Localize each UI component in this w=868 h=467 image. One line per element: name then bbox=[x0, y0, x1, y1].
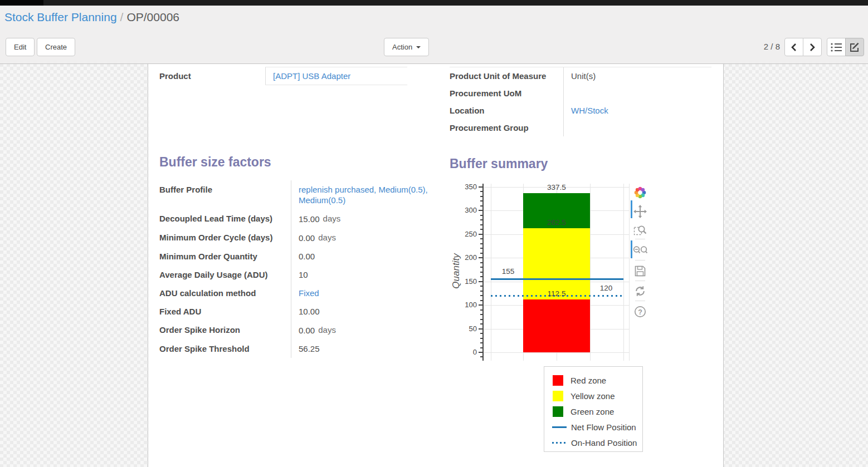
field-value-buffer-profile[interactable]: replenish purchased, Medium(0.5), Medium… bbox=[291, 180, 436, 209]
zone-yellow-zone bbox=[523, 228, 590, 299]
edit-button[interactable]: Edit bbox=[6, 38, 35, 56]
y-gridline bbox=[483, 305, 629, 306]
y-gridline bbox=[483, 282, 629, 282]
y-gridline bbox=[483, 329, 629, 330]
pager-previous-button[interactable] bbox=[784, 38, 803, 56]
field-label-decoupled-lead-time-days: Decoupled Lead Time (days) bbox=[159, 209, 291, 228]
y-tick-label-50: 50 bbox=[453, 325, 477, 333]
field-link-location[interactable]: WH/Stock bbox=[571, 106, 608, 115]
field-text-order-spike-threshold: 56.25 bbox=[299, 344, 320, 353]
y-tick-minor bbox=[480, 338, 483, 339]
form-view-edit-icon bbox=[849, 42, 860, 53]
y-tick-minor bbox=[480, 295, 483, 296]
field-label-buffer-profile: Buffer Profile bbox=[159, 180, 291, 209]
chart-legend: Red zoneYellow zoneGreen zoneNet Flow Po… bbox=[544, 366, 643, 452]
y-tick-minor bbox=[480, 356, 483, 357]
field-link-buffer-profile[interactable]: replenish purchased, Medium(0.5), Medium… bbox=[299, 185, 428, 205]
action-dropdown-button[interactable]: Action bbox=[384, 38, 429, 56]
y-tick-major bbox=[479, 210, 483, 211]
view-switcher-group bbox=[827, 38, 864, 56]
field-label-adu-calculation-method: ADU calculation method bbox=[159, 284, 291, 302]
field-row-buffer-profile: Buffer Profilereplenish purchased, Mediu… bbox=[159, 180, 435, 209]
field-unit-order-spike-horizon: days bbox=[318, 325, 336, 335]
net-flow-position-line bbox=[491, 278, 623, 280]
field-value-order-spike-horizon: 0.00days bbox=[291, 321, 436, 340]
y-tick-minor bbox=[480, 323, 483, 325]
field-row-fixed-adu: Fixed ADU10.00 bbox=[159, 302, 435, 321]
y-tick-minor bbox=[480, 286, 483, 287]
zoom-in-out-icon[interactable] bbox=[632, 243, 648, 258]
modebar-separator bbox=[635, 260, 645, 260]
field-label-product-unit-of-measure: Product Unit of Measure bbox=[450, 67, 564, 85]
y-gridline bbox=[483, 258, 629, 258]
y-gridline bbox=[483, 187, 629, 188]
pager-next-button[interactable] bbox=[803, 38, 822, 56]
y-gridline bbox=[483, 234, 629, 235]
field-label-minimum-order-quantity: Minimum Order Quantity bbox=[159, 247, 291, 266]
y-tick-minor bbox=[480, 314, 483, 315]
y-tick-minor bbox=[480, 224, 483, 225]
field-row-average-daily-usage-adu: Average Daily Usage (ADU)10 bbox=[159, 266, 435, 284]
field-label-location: Location bbox=[450, 102, 564, 119]
legend-entry-on-hand-position[interactable]: On-Hand Position bbox=[553, 435, 642, 450]
list-view-button[interactable] bbox=[827, 38, 846, 56]
field-value-location[interactable]: WH/Stock bbox=[564, 102, 712, 119]
field-value-product-link[interactable]: [ADPT] USB Adapter bbox=[273, 71, 350, 81]
legend-label-yellow-zone: Yellow zone bbox=[570, 391, 615, 401]
legend-entry-yellow-zone[interactable]: Yellow zone bbox=[553, 388, 642, 404]
chart-y-axis-label: Quantity bbox=[451, 238, 462, 304]
x-gridline bbox=[557, 184, 557, 361]
help-icon[interactable]: ? bbox=[632, 304, 648, 319]
breadcrumb-link-stock-buffer-planning[interactable]: Stock Buffer Planning bbox=[4, 11, 117, 23]
field-value-order-spike-threshold: 56.25 bbox=[291, 340, 436, 358]
pan-icon[interactable] bbox=[632, 204, 648, 219]
y-tick-minor bbox=[480, 248, 483, 249]
reset-axes-icon[interactable] bbox=[632, 283, 648, 299]
buffer-summary-title: Buffer summary bbox=[450, 156, 548, 171]
net-flow-position-label: 155 bbox=[491, 267, 525, 276]
caret-down-icon bbox=[416, 46, 421, 48]
product-group-left: Product [ADPT] USB Adapter bbox=[159, 67, 407, 85]
y-tick-minor bbox=[480, 196, 483, 197]
field-label-fixed-adu: Fixed ADU bbox=[159, 302, 291, 321]
legend-label-net-flow-position: Net Flow Position bbox=[571, 422, 636, 432]
breadcrumb: Stock Buffer Planning/OP/00006 bbox=[4, 11, 179, 24]
y-gridline bbox=[483, 210, 629, 211]
legend-entry-net-flow-position[interactable]: Net Flow Position bbox=[553, 419, 642, 435]
chevron-left-icon bbox=[791, 43, 797, 52]
top-navbar-strip-segment bbox=[0, 0, 43, 6]
y-tick-major bbox=[479, 304, 483, 306]
modebar-separator bbox=[635, 301, 645, 301]
field-label-order-spike-horizon: Order Spike Horizon bbox=[159, 321, 291, 340]
chevron-right-icon bbox=[809, 43, 816, 52]
field-value-adu-calculation-method[interactable]: Fixed bbox=[291, 284, 436, 302]
y-tick-minor bbox=[480, 347, 483, 348]
y-tick-minor bbox=[480, 291, 483, 292]
product-group-right: Product Unit of MeasureUnit(s)Procuremen… bbox=[450, 67, 711, 136]
field-link-adu-calculation-method[interactable]: Fixed bbox=[299, 288, 319, 298]
field-value-minimum-order-cycle-days: 0.00days bbox=[291, 228, 436, 247]
save-icon[interactable] bbox=[632, 263, 648, 279]
legend-entry-green-zone[interactable]: Green zone bbox=[553, 404, 642, 419]
legend-entry-red-zone[interactable]: Red zone bbox=[553, 372, 642, 388]
form-view-button[interactable] bbox=[845, 38, 864, 56]
plotly-logo-icon[interactable] bbox=[632, 185, 648, 200]
field-value-product-unit-of-measure: Unit(s) bbox=[564, 67, 712, 85]
y-tick-minor bbox=[480, 262, 483, 263]
field-row-order-spike-horizon: Order Spike Horizon0.00days bbox=[159, 321, 435, 340]
box-zoom-icon[interactable] bbox=[632, 223, 648, 238]
y-tick-minor bbox=[480, 319, 483, 320]
field-row-product-unit-of-measure: Product Unit of MeasureUnit(s) bbox=[450, 67, 711, 85]
y-tick-minor bbox=[480, 333, 483, 334]
bar-value-label-262-5: 262.5 bbox=[523, 218, 590, 227]
field-value-decoupled-lead-time-days: 15.00days bbox=[291, 209, 436, 228]
y-tick-minor bbox=[480, 267, 483, 268]
y-tick-minor bbox=[480, 309, 483, 311]
x-gridline bbox=[491, 184, 491, 361]
create-button[interactable]: Create bbox=[37, 38, 75, 56]
control-panel: Stock Buffer Planning/OP/00006 Edit Crea… bbox=[0, 6, 868, 64]
field-text-minimum-order-quantity: 0.00 bbox=[299, 252, 315, 261]
field-value-average-daily-usage-adu: 10 bbox=[291, 266, 436, 284]
field-value-procurement-group bbox=[564, 119, 712, 136]
y-tick-minor bbox=[480, 300, 483, 301]
